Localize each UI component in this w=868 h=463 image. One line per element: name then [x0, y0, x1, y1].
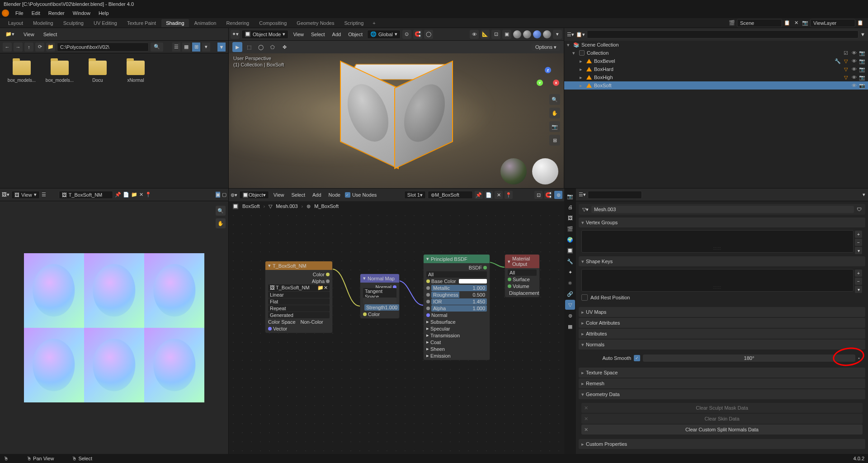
add-workspace-button[interactable]: +: [369, 19, 379, 27]
shading-solid-icon[interactable]: [523, 30, 531, 38]
orientation-dropdown[interactable]: 🌐 Global ▾: [367, 30, 401, 39]
ie-menu-icon[interactable]: ☰: [42, 192, 46, 198]
snap-button[interactable]: 🧲: [544, 191, 552, 199]
channel-button[interactable]: ⊚: [554, 191, 562, 199]
panel-custom-properties[interactable]: ▸Custom Properties: [579, 439, 865, 449]
options-dropdown[interactable]: Options ▾: [532, 43, 560, 51]
menu-button[interactable]: ▾: [855, 247, 862, 254]
new-viewlayer-button[interactable]: 📋: [856, 19, 864, 27]
shading-material-icon[interactable]: [533, 30, 541, 38]
tab-layout[interactable]: Layout: [4, 19, 28, 27]
view-detail-button[interactable]: ▦: [182, 43, 190, 52]
overlay-button[interactable]: ⊡: [534, 191, 542, 199]
unlink-button[interactable]: ✕: [139, 192, 143, 198]
editor-type-dropdown[interactable]: ⊚▾: [231, 192, 237, 198]
panel-remesh[interactable]: ▸Remesh: [579, 378, 865, 388]
menu-help[interactable]: Help: [95, 9, 113, 17]
pin-material-button[interactable]: 📍: [505, 191, 513, 199]
render-icon[interactable]: 📷: [859, 75, 865, 80]
node-material-output[interactable]: ▾Material Output All Surface Volume Disp…: [505, 254, 540, 298]
camera-icon[interactable]: 📷: [549, 121, 560, 132]
node-principled-bsdf[interactable]: ▾Principled BSDF BSDF All Base Color Met…: [423, 254, 490, 360]
folder-item[interactable]: box_models...: [7, 61, 36, 83]
modifier-icon[interactable]: 🔧: [835, 58, 841, 64]
ne-menu-node[interactable]: Node: [326, 191, 343, 198]
new-scene-button[interactable]: 📋: [783, 19, 791, 27]
pan-icon[interactable]: ✋: [549, 108, 560, 118]
new-image-button[interactable]: 📄: [123, 192, 129, 198]
fb-menu-select[interactable]: Select: [41, 31, 60, 38]
render-icon[interactable]: 📷: [859, 83, 865, 89]
ne-menu-add[interactable]: Add: [310, 191, 324, 198]
eye-icon[interactable]: 👁: [851, 75, 857, 80]
view-sort-button[interactable]: ▾: [202, 43, 210, 52]
eye-icon[interactable]: 👁: [851, 66, 857, 72]
folder-item[interactable]: Docu: [83, 61, 112, 83]
shading-dropdown[interactable]: ▾: [553, 30, 562, 39]
channel-alpha-button[interactable]: ▢: [222, 192, 226, 198]
tab-viewlayer-icon[interactable]: 🖼: [565, 213, 575, 223]
gizmo-button[interactable]: 📐: [481, 30, 490, 39]
tab-object-icon[interactable]: 🔲: [565, 246, 575, 255]
outliner-item[interactable]: ▸BoxBevel 🔧▽ 👁📷: [564, 57, 868, 65]
panel-texture-space[interactable]: ▸Texture Space: [579, 368, 865, 378]
open-button[interactable]: 📁: [131, 192, 137, 198]
nav-up-button[interactable]: ↑: [24, 43, 33, 52]
viewlayer-field[interactable]: ViewLayer: [810, 19, 855, 27]
render-icon[interactable]: 📷: [859, 50, 865, 56]
tab-modifier-icon[interactable]: 🔧: [565, 256, 575, 266]
view-list-button[interactable]: ☰: [172, 43, 180, 52]
image-canvas[interactable]: [0, 201, 228, 454]
matte-sphere-icon[interactable]: [532, 158, 558, 184]
path-input[interactable]: C:\Polycount\box\V02\: [57, 43, 149, 52]
ne-menu-view[interactable]: View: [271, 191, 287, 198]
pin-button[interactable]: 📌: [115, 192, 121, 198]
snap-button[interactable]: 🧲: [413, 30, 422, 39]
mesh-icon[interactable]: ▽: [843, 58, 849, 64]
editor-type-dropdown[interactable]: ☰▾: [579, 192, 586, 198]
transform-icon[interactable]: ✥: [279, 42, 289, 52]
tab-modeling[interactable]: Modeling: [28, 19, 58, 27]
add-rest-checkbox[interactable]: [581, 294, 588, 301]
fb-menu-view[interactable]: View: [21, 31, 37, 38]
panel-attributes[interactable]: ▸Attributes: [579, 329, 865, 339]
animate-button[interactable]: •: [858, 355, 863, 361]
panel-vertex-groups[interactable]: ▾Vertex Groups: [579, 217, 865, 227]
mesh-icon[interactable]: ▽: [843, 66, 849, 72]
add-button[interactable]: +: [855, 269, 862, 277]
menu-render[interactable]: Render: [45, 9, 68, 17]
pan-icon[interactable]: ✋: [216, 218, 226, 228]
zoom-icon[interactable]: 🔍: [216, 206, 226, 216]
filter-button[interactable]: ▼: [217, 43, 226, 52]
fake-user-button[interactable]: 🛡: [857, 207, 862, 212]
pin-button[interactable]: 📌: [475, 191, 483, 199]
nav-gizmo[interactable]: Z Y X: [537, 67, 559, 90]
image-selector[interactable]: 🖼 T_BoxSoft_NM: [59, 191, 113, 199]
editor-type-dropdown[interactable]: ✦▾: [231, 30, 240, 39]
mesh-icon[interactable]: ▽: [843, 75, 849, 80]
shape-keys-list[interactable]: +−▾::::: [581, 269, 854, 292]
remove-button[interactable]: −: [855, 278, 862, 285]
panel-color-attributes[interactable]: ▸Color Attributes: [579, 318, 865, 328]
vp-menu-object[interactable]: Object: [345, 31, 365, 38]
node-canvas[interactable]: ▾T_BoxSoft_NM Color Alpha 🖼T_BoxSoft_NM📁…: [229, 211, 564, 454]
display-mode-dropdown[interactable]: 📋▾: [576, 32, 585, 38]
scene-field[interactable]: Scene: [737, 19, 782, 27]
tab-animation[interactable]: Animation: [190, 19, 221, 27]
select-circle-icon[interactable]: ◯: [256, 42, 266, 52]
folder-item[interactable]: box_models...: [45, 61, 74, 83]
tab-rendering[interactable]: Rendering: [222, 19, 254, 27]
visibility-button[interactable]: 👁: [470, 30, 479, 39]
folder-item[interactable]: xNormal: [121, 61, 150, 83]
axis-z-icon[interactable]: Z: [545, 67, 551, 73]
tab-geo-nodes[interactable]: Geometry Nodes: [292, 19, 339, 27]
tab-constraint-icon[interactable]: 🔗: [565, 289, 575, 299]
tab-physics-icon[interactable]: ⚛: [565, 278, 575, 288]
slot-dropdown[interactable]: Slot 1 ▾: [404, 191, 426, 199]
3d-viewport[interactable]: User Perspective (1) Collection | BoxSof…: [229, 53, 564, 188]
clear-normals-button[interactable]: ✕Clear Custom Split Normals Data: [581, 425, 863, 435]
pivot-button[interactable]: ⊙: [402, 30, 411, 39]
ne-menu-select[interactable]: Select: [288, 191, 308, 198]
channel-rgb-button[interactable]: ▣: [216, 192, 220, 198]
tab-world-icon[interactable]: 🌍: [565, 235, 575, 245]
